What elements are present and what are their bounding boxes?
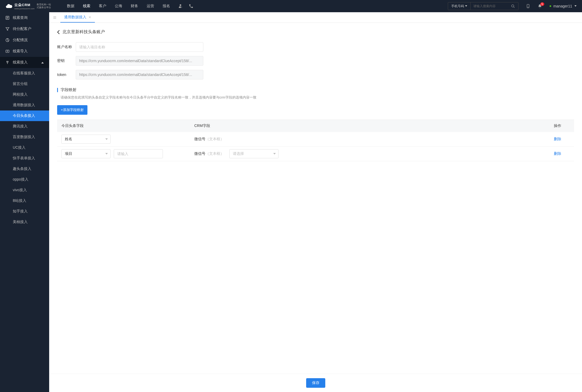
submenu-online-service[interactable]: 在线客服接入 <box>0 68 49 79</box>
nav-item-customers[interactable]: 客户 <box>99 1 106 12</box>
submenu-tencent[interactable]: 腾讯接入 <box>0 121 49 132</box>
header-action: 操作 <box>554 123 570 128</box>
sidebar-item-unassigned[interactable]: 待分配客户 <box>0 23 49 35</box>
header-crm-field: CRM字段 <box>194 123 554 128</box>
search-box: 手机号码 <box>448 2 518 10</box>
logo-description: 教育机构一站 式服务云平台 <box>37 3 51 9</box>
tabs-bar: 通用数据接入 ✕ <box>49 12 582 23</box>
submenu-vivo[interactable]: vivo接入 <box>0 185 49 195</box>
sidebar-item-distribution[interactable]: 分配情况 <box>0 35 49 46</box>
header: 云朵CRM www.yunduocrm.com 教育机构一站 式服务云平台 数据… <box>0 0 582 12</box>
tab-general-data-access[interactable]: 通用数据接入 ✕ <box>60 12 95 23</box>
breadcrumb: 北京昱新科技头条账户 <box>57 29 574 35</box>
submenu-toutiao[interactable]: 今日头条接入 <box>0 110 49 121</box>
save-button[interactable]: 保存 <box>306 378 325 388</box>
custom-field-input[interactable] <box>114 149 163 158</box>
phone-icon[interactable] <box>189 4 193 8</box>
submenu-message-group[interactable]: 留言分组 <box>0 79 49 89</box>
submenu-qutoutiao[interactable]: 趣头条接入 <box>0 164 49 174</box>
submenu-kuaishou[interactable]: 快手表单接入 <box>0 153 49 164</box>
nav-item-public[interactable]: 公海 <box>115 1 122 12</box>
mobile-icon[interactable] <box>526 4 530 8</box>
token-input[interactable] <box>76 70 203 79</box>
main-content: 通用数据接入 ✕ 北京昱新科技头条账户 账户名称 密钥 token <box>49 12 582 392</box>
nav-item-data[interactable]: 数据 <box>67 1 74 12</box>
tabs-menu-icon[interactable] <box>53 16 57 19</box>
sidebar-item-lead-query[interactable]: 线索查询 <box>0 12 49 23</box>
chevron-up-icon <box>41 62 44 63</box>
plug-icon <box>5 60 10 65</box>
user-add-icon[interactable] <box>178 4 183 8</box>
export-icon <box>5 49 10 53</box>
header-tool-icons <box>178 4 193 8</box>
add-field-mapping-button[interactable]: +添加字段映射 <box>57 105 87 115</box>
svg-point-4 <box>528 7 528 7</box>
nav-item-operations[interactable]: 运营 <box>147 1 154 12</box>
notification-bell[interactable]: 5 <box>538 4 542 8</box>
logo-title: 云朵CRM <box>14 3 35 7</box>
submenu-baidu[interactable]: 百度数据接入 <box>0 132 49 142</box>
back-icon[interactable] <box>57 30 60 34</box>
crm-field-name: 微信号（文本框） <box>194 137 224 142</box>
logo[interactable]: 云朵CRM www.yunduocrm.com 教育机构一站 式服务云平台 <box>5 2 51 10</box>
section-description: 请确保您在此填写的头条自定义字段名称与在今日头条平台中自定义的字段名称一致，并且… <box>57 95 574 100</box>
tab-close-icon[interactable]: ✕ <box>88 15 91 19</box>
search-button[interactable] <box>508 4 518 8</box>
svg-point-0 <box>180 4 181 6</box>
chevron-down-icon <box>465 5 467 7</box>
account-name-input[interactable] <box>76 42 203 52</box>
chevron-down-icon <box>574 5 577 7</box>
search-type-select[interactable]: 手机号码 <box>448 2 471 10</box>
delete-row-button[interactable]: 删除 <box>554 151 561 156</box>
submenu-oppo[interactable]: oppo接入 <box>0 174 49 185</box>
sidebar: 线索查询 待分配客户 分配情况 线索导入 线索接入 在线客服接入 留言分组 网校… <box>0 12 49 392</box>
username: manager11 <box>553 4 572 8</box>
field-mapping-table: 今日头条字段 CRM字段 操作 姓名 微信号（文本框） <box>57 120 574 161</box>
table-row: 姓名 微信号（文本框） 删除 <box>57 132 574 147</box>
secret-input[interactable] <box>76 56 203 66</box>
secret-label: 密钥 <box>57 58 76 63</box>
submenu-zhihu[interactable]: 知乎接入 <box>0 206 49 217</box>
chart-icon <box>5 38 10 42</box>
top-nav: 数据 线索 客户 公海 财务 运营 报名 <box>67 1 170 12</box>
section-title: 字段映射 <box>57 87 574 92</box>
sidebar-item-lead-access[interactable]: 线索接入 <box>0 57 49 68</box>
submenu-bilibili[interactable]: B站接入 <box>0 195 49 206</box>
table-row: 项目 微信号（文本框） 请选择 删除 <box>57 147 574 161</box>
user-menu[interactable]: manager11 <box>550 4 577 8</box>
toutiao-field-select[interactable]: 项目 <box>61 149 111 158</box>
submenu-general-data[interactable]: 通用数据接入 <box>0 100 49 110</box>
search-input[interactable] <box>471 4 508 8</box>
nav-item-leads[interactable]: 线索 <box>83 1 90 12</box>
nav-item-finance[interactable]: 财务 <box>131 1 138 12</box>
sidebar-item-import[interactable]: 线索导入 <box>0 46 49 57</box>
submenu-meiyou[interactable]: 美柚接入 <box>0 217 49 227</box>
svg-point-2 <box>512 5 514 7</box>
filter-icon <box>5 27 10 31</box>
logo-subtitle: www.yunduocrm.com <box>14 7 35 10</box>
notification-badge: 5 <box>540 2 545 6</box>
footer: 保存 <box>49 374 582 392</box>
table-header: 今日头条字段 CRM字段 操作 <box>57 120 574 132</box>
account-name-label: 账户名称 <box>57 45 76 49</box>
search-icon <box>511 4 515 8</box>
page-title: 北京昱新科技头条账户 <box>62 29 105 35</box>
cloud-logo-icon <box>5 2 13 10</box>
submenu-school-access[interactable]: 网校接入 <box>0 89 49 100</box>
token-label: token <box>57 73 76 77</box>
crm-field-name: 微信号（文本框） <box>194 151 224 156</box>
list-icon <box>5 16 10 20</box>
status-dot-online <box>550 5 551 7</box>
toutiao-field-select[interactable]: 姓名 <box>61 135 111 144</box>
nav-item-enrollment[interactable]: 报名 <box>163 1 170 12</box>
submenu-uc[interactable]: UC接入 <box>0 142 49 153</box>
crm-field-select[interactable]: 请选择 <box>229 149 279 158</box>
header-toutiao-field: 今日头条字段 <box>61 123 194 128</box>
delete-row-button[interactable]: 删除 <box>554 137 561 141</box>
